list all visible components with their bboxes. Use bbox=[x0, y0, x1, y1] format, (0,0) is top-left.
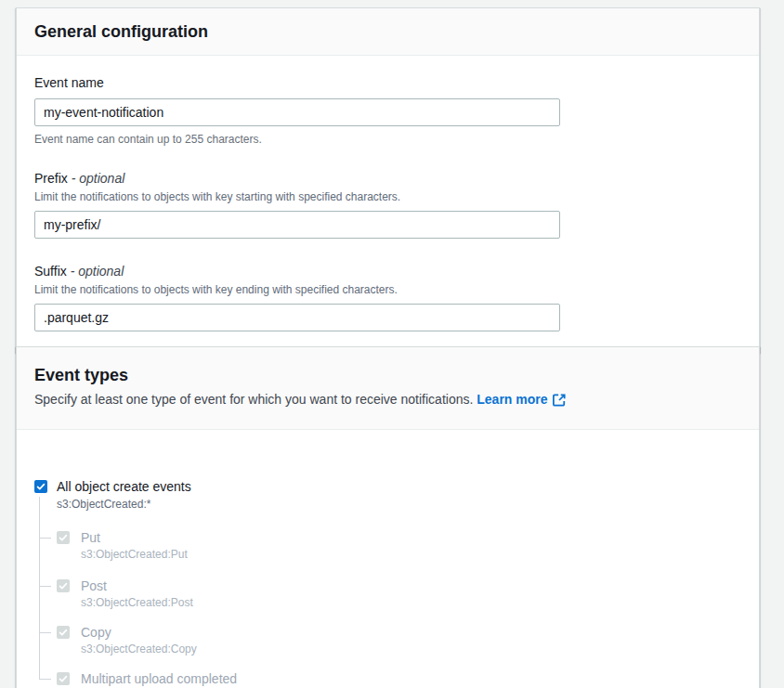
tree-branch-connector bbox=[39, 632, 51, 633]
multipart-upload-completed-label: Multipart upload completed bbox=[81, 671, 237, 686]
suffix-field-group: Suffix - optional Limit the notification… bbox=[34, 263, 740, 331]
event-name-helper: Event name can contain up to 255 charact… bbox=[34, 133, 740, 146]
copy-code: s3:ObjectCreated:Copy bbox=[81, 643, 197, 656]
tree-branch-connector bbox=[39, 586, 51, 587]
copy-checkbox bbox=[57, 626, 70, 639]
prefix-input[interactable] bbox=[34, 211, 560, 239]
learn-more-link[interactable]: Learn more bbox=[477, 392, 547, 407]
event-name-label: Event name bbox=[34, 75, 104, 90]
put-checkbox bbox=[57, 531, 70, 544]
suffix-label-text: Suffix bbox=[34, 264, 67, 279]
event-types-description-row: Specify at least one type of event for w… bbox=[34, 392, 740, 409]
general-configuration-card: General configuration Event name Event n… bbox=[16, 7, 760, 353]
general-configuration-title: General configuration bbox=[34, 22, 740, 42]
suffix-label: Suffix - optional bbox=[34, 264, 124, 279]
all-object-create-events-checkbox[interactable] bbox=[34, 480, 47, 493]
prefix-field-group: Prefix - optional Limit the notification… bbox=[34, 170, 740, 239]
prefix-label-text: Prefix bbox=[34, 171, 68, 186]
suffix-description: Limit the notifications to objects with … bbox=[34, 283, 740, 296]
tree-vertical-connector bbox=[39, 497, 40, 679]
suffix-input[interactable] bbox=[34, 304, 560, 331]
put-label: Put bbox=[81, 530, 100, 545]
event-types-description: Specify at least one type of event for w… bbox=[34, 392, 473, 407]
general-configuration-body: Event name Event name can contain up to … bbox=[17, 56, 759, 352]
event-types-header: Event types Specify at least one type of… bbox=[17, 347, 759, 430]
multipart-upload-completed-checkbox bbox=[57, 672, 70, 685]
event-types-title: Event types bbox=[34, 366, 740, 385]
suffix-optional-text: - optional bbox=[71, 264, 124, 279]
event-name-field-group: Event name Event name can contain up to … bbox=[34, 74, 740, 146]
put-code: s3:ObjectCreated:Put bbox=[81, 548, 188, 561]
all-object-create-events-label: All object create events bbox=[57, 479, 191, 494]
event-types-card: Event types Specify at least one type of… bbox=[16, 346, 760, 688]
prefix-label: Prefix - optional bbox=[34, 171, 124, 186]
external-link-icon bbox=[553, 394, 566, 409]
prefix-optional-text: - optional bbox=[72, 171, 125, 186]
general-configuration-header: General configuration bbox=[17, 8, 759, 56]
tree-branch-connector bbox=[39, 679, 51, 680]
tree-branch-connector bbox=[39, 538, 51, 539]
post-label: Post bbox=[81, 578, 107, 593]
post-checkbox bbox=[57, 579, 70, 592]
event-types-tree: All object create events s3:ObjectCreate… bbox=[34, 480, 740, 688]
event-name-input[interactable] bbox=[34, 98, 560, 126]
event-types-body: All object create events s3:ObjectCreate… bbox=[17, 430, 759, 688]
prefix-description: Limit the notifications to objects with … bbox=[34, 190, 740, 203]
post-code: s3:ObjectCreated:Post bbox=[81, 596, 193, 609]
copy-label: Copy bbox=[81, 625, 111, 640]
all-object-create-events-code: s3:ObjectCreated:* bbox=[57, 498, 150, 511]
